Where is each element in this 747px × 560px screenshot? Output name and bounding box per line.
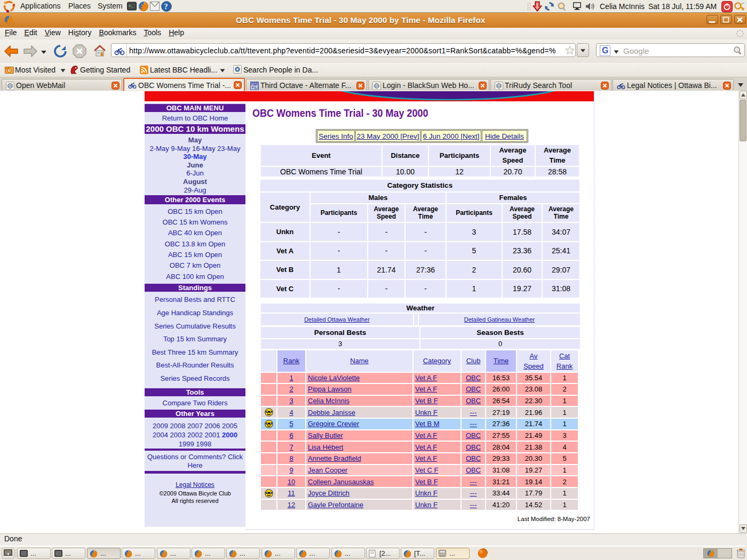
svg-text:?: ? — [164, 3, 168, 11]
svg-text:>_: >_ — [129, 4, 133, 8]
svg-text:FGJ: FGJ — [252, 86, 259, 90]
